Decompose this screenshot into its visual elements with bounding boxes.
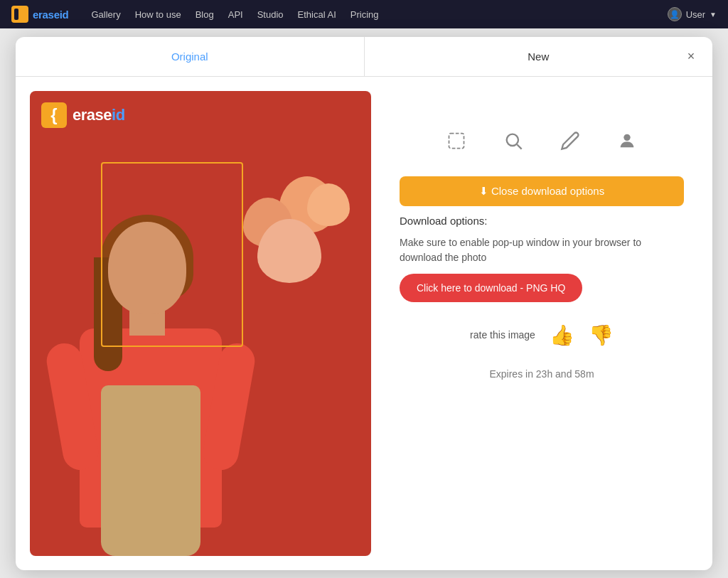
- svg-line-2: [517, 144, 521, 149]
- user-avatar-icon: 👤: [668, 7, 682, 21]
- face-detection-box: [101, 162, 243, 347]
- nav-link-how-to-use[interactable]: How to use: [135, 9, 181, 20]
- rating-section: rate this image 👍 👎: [400, 316, 684, 354]
- photo-background: eraseid: [30, 91, 371, 556]
- user-label: User: [686, 9, 705, 20]
- logo[interactable]: eraseid: [11, 6, 68, 23]
- select-tool-icon[interactable]: [442, 127, 471, 155]
- logo-icon: [11, 6, 28, 23]
- tab-new[interactable]: New: [365, 37, 713, 76]
- svg-point-1: [507, 134, 518, 145]
- close-download-button[interactable]: ⬇ Close download options: [400, 176, 684, 206]
- image-panel: eraseid: [30, 91, 371, 556]
- nav-link-ethical-ai[interactable]: Ethical AI: [298, 9, 336, 20]
- photo-logo-box: [41, 102, 67, 128]
- nav-link-blog[interactable]: Blog: [196, 9, 214, 20]
- main-background: Original New × eraseid: [0, 28, 728, 578]
- edit-tool-icon[interactable]: [556, 127, 584, 155]
- flower-3: [307, 183, 350, 226]
- person-apron: [101, 385, 200, 556]
- nav-link-studio[interactable]: Studio: [257, 9, 284, 20]
- svg-rect-0: [449, 133, 464, 148]
- modal-body: eraseid: [16, 77, 712, 570]
- svg-point-3: [623, 134, 630, 140]
- thumbs-down-button[interactable]: 👎: [589, 323, 614, 347]
- rating-label: rate this image: [470, 329, 535, 341]
- nav-link-api[interactable]: API: [228, 9, 243, 20]
- user-menu[interactable]: 👤 User ▼: [668, 7, 717, 21]
- right-panel: ⬇ Close download options Download option…: [385, 91, 698, 556]
- download-png-button[interactable]: Click here to download - PNG HQ: [400, 274, 582, 302]
- search-tool-icon[interactable]: [499, 127, 528, 155]
- logo-text: eraseid: [33, 9, 68, 21]
- nav-link-pricing[interactable]: Pricing: [350, 9, 379, 20]
- photo-logo-overlay: eraseid: [41, 102, 125, 128]
- tool-icons-bar: [400, 119, 684, 162]
- person-tool-icon[interactable]: [613, 127, 641, 155]
- download-section: ⬇ Close download options Download option…: [400, 176, 684, 302]
- modal-tabs: Original New ×: [16, 37, 712, 77]
- nav-links: Gallery How to use Blog API Studio Ethic…: [91, 9, 650, 20]
- expiry-text: Expires in 23h and 58m: [400, 368, 684, 380]
- user-chevron-icon: ▼: [710, 11, 717, 18]
- nav-link-gallery[interactable]: Gallery: [91, 9, 120, 20]
- photo-logo-text: eraseid: [73, 106, 125, 124]
- tab-original[interactable]: Original: [16, 37, 365, 76]
- download-options-label: Download options:: [400, 215, 684, 227]
- modal-close-button[interactable]: ×: [681, 46, 701, 66]
- download-note: Make sure to enable pop-up window in you…: [400, 235, 684, 265]
- comparison-modal: Original New × eraseid: [16, 37, 712, 570]
- thumbs-up-button[interactable]: 👍: [550, 323, 574, 347]
- navbar: eraseid Gallery How to use Blog API Stud…: [0, 0, 728, 28]
